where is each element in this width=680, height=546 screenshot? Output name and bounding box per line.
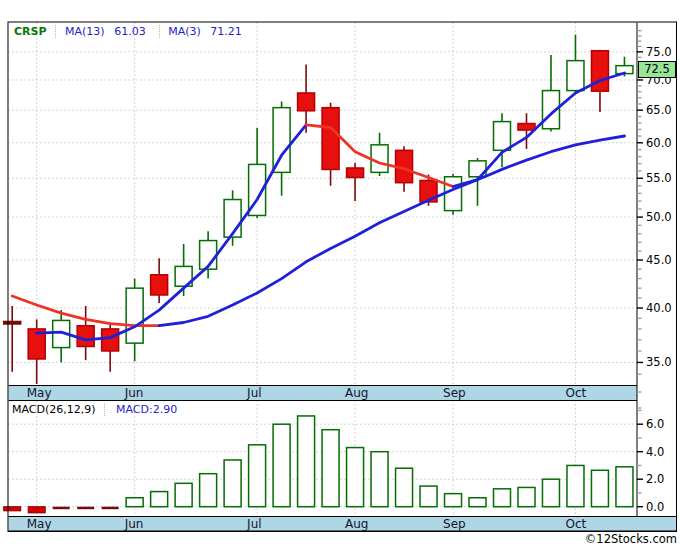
macd-bar-positive bbox=[347, 448, 364, 507]
candle-body bbox=[347, 168, 364, 178]
price-axis-label: 75.0 bbox=[646, 45, 672, 59]
macd-bar-positive bbox=[518, 487, 535, 506]
macd-bar-positive bbox=[175, 483, 192, 506]
macd-current-value: MACD:2.90 bbox=[116, 403, 177, 416]
macd-bar-positive bbox=[126, 498, 143, 507]
macd-axis-label: 2.0 bbox=[646, 472, 664, 486]
macd-bar-negative-small bbox=[102, 507, 119, 510]
candle-body bbox=[102, 329, 119, 351]
macd-bar-positive bbox=[542, 479, 559, 507]
legend-ma13-label: MA(13) bbox=[65, 25, 105, 38]
macd-bar-negative-small bbox=[77, 507, 94, 510]
month-label: Sep bbox=[443, 517, 466, 531]
price-axis-label: 35.0 bbox=[646, 355, 672, 369]
month-band bbox=[9, 386, 638, 401]
candle-body bbox=[445, 177, 462, 211]
macd-axis-label: 0.0 bbox=[646, 500, 664, 514]
candle-body bbox=[322, 108, 339, 170]
macd-settings-label: MACD(26,12,9) bbox=[12, 403, 105, 416]
macd-bar-positive bbox=[224, 460, 241, 507]
macd-bar-negative bbox=[4, 507, 21, 511]
candle-body bbox=[151, 275, 168, 295]
month-label: Jun bbox=[124, 386, 144, 400]
candle-body bbox=[77, 326, 94, 347]
month-label: Oct bbox=[565, 517, 586, 531]
month-label: Jul bbox=[246, 517, 261, 531]
legend-ma3-label: MA(3) bbox=[159, 25, 201, 38]
macd-bar-positive bbox=[420, 486, 437, 507]
candle-body bbox=[371, 145, 388, 173]
candle-body bbox=[273, 108, 290, 173]
candle-body bbox=[518, 124, 535, 131]
macd-bar-positive bbox=[469, 498, 486, 507]
month-label: Sep bbox=[443, 386, 466, 400]
watermark-credit: ©12Stocks.com bbox=[585, 532, 677, 546]
last-price-tag: 72.5 bbox=[638, 61, 676, 78]
macd-bar-positive bbox=[273, 424, 290, 507]
macd-bar-positive bbox=[445, 494, 462, 507]
legend-ma3-value: 71.21 bbox=[210, 25, 242, 38]
macd-bar-positive bbox=[396, 468, 413, 507]
price-axis-label: 65.0 bbox=[646, 103, 672, 117]
month-label: Aug bbox=[345, 517, 368, 531]
candle-body bbox=[126, 288, 143, 343]
macd-bar-positive bbox=[298, 416, 315, 507]
month-label: Jul bbox=[246, 386, 261, 400]
macd-axis-label: 4.0 bbox=[646, 445, 664, 459]
macd-bar-positive bbox=[151, 492, 168, 507]
price-axis-label: 50.0 bbox=[646, 210, 672, 224]
macd-bar-positive bbox=[200, 474, 217, 507]
macd-bar-negative-small bbox=[53, 507, 70, 510]
macd-bar-positive bbox=[249, 445, 266, 507]
stock-chart-page: (CRSP) MayJunJulAugSepOctMayJunJulAugSep… bbox=[0, 0, 680, 546]
month-label: May bbox=[27, 517, 52, 531]
macd-bar-negative bbox=[28, 507, 45, 513]
macd-legend: MACD(26,12,9) MACD:2.90 bbox=[12, 403, 177, 416]
macd-bar-positive bbox=[616, 467, 633, 507]
price-axis-label: 55.0 bbox=[646, 171, 672, 185]
candle-body bbox=[494, 122, 511, 151]
month-label: Aug bbox=[345, 386, 368, 400]
candle-body bbox=[567, 61, 584, 91]
candle-body bbox=[298, 93, 315, 111]
candle-body bbox=[4, 321, 21, 324]
chart-legend: CRSP MA(13) 61.03 MA(3) 71.21 bbox=[14, 25, 252, 38]
macd-bar-positive bbox=[371, 452, 388, 507]
legend-ma13-value: 61.03 bbox=[114, 25, 146, 38]
legend-symbol: CRSP bbox=[14, 25, 56, 38]
macd-bar-positive bbox=[567, 465, 584, 506]
month-label: May bbox=[27, 386, 52, 400]
macd-bar-positive bbox=[591, 470, 608, 506]
crsp-stock-chart: MayJunJulAugSepOctMayJunJulAugSepOct35.0… bbox=[0, 0, 680, 546]
price-axis-label: 60.0 bbox=[646, 136, 672, 150]
macd-bar-positive bbox=[494, 489, 511, 507]
month-label: Oct bbox=[565, 386, 586, 400]
macd-bar-positive bbox=[322, 430, 339, 507]
price-axis-label: 40.0 bbox=[646, 301, 672, 315]
macd-axis-label: 6.0 bbox=[646, 417, 664, 431]
month-label: Jun bbox=[124, 517, 144, 531]
price-axis-label: 45.0 bbox=[646, 253, 672, 267]
